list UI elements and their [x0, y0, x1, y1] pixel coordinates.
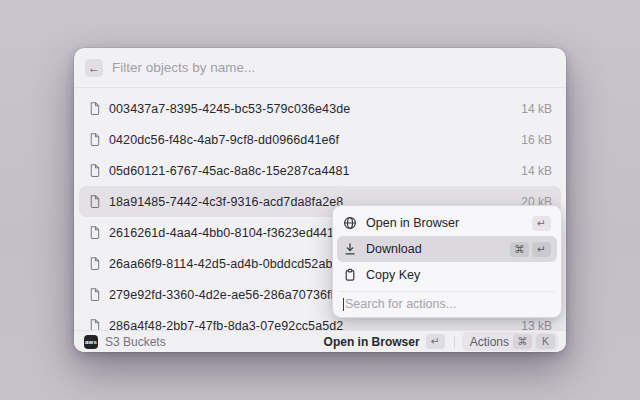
- object-row[interactable]: 0420dc56-f48c-4ab7-9cf8-dd0966d41e6f 16 …: [79, 124, 561, 155]
- menu-item-label: Copy Key: [366, 268, 420, 282]
- filter-input[interactable]: [112, 60, 555, 75]
- object-key: 18a91485-7442-4c3f-9316-acd7da8fa2e8: [109, 195, 343, 209]
- actions-button[interactable]: Actions ⌘ K: [462, 332, 558, 351]
- object-key: 279e92fd-3360-4d2e-ae56-286a70736fb2: [109, 288, 345, 302]
- object-row[interactable]: 05d60121-6767-45ac-8a8c-15e287ca4481 14 …: [79, 155, 561, 186]
- object-size: 14 kB: [521, 164, 552, 178]
- menu-item-open-in-browser[interactable]: Open in Browser ↵: [337, 210, 557, 236]
- file-icon: [88, 194, 101, 209]
- menu-divider: [339, 291, 555, 292]
- aws-logo-badge: aws: [84, 335, 98, 349]
- object-size: 13 kB: [521, 319, 552, 331]
- object-key: 05d60121-6767-45ac-8a8c-15e287ca4481: [109, 164, 350, 178]
- file-icon: [88, 225, 101, 240]
- footer-open-in-browser-button[interactable]: Open in Browser ↵: [322, 333, 447, 350]
- file-icon: [88, 318, 101, 330]
- object-key: 2616261d-4aa4-4bb0-8104-f3623ed4415a: [109, 226, 348, 240]
- back-arrow-icon: ←: [88, 62, 100, 74]
- k-key-chip: K: [536, 334, 555, 349]
- actions-search: [337, 295, 557, 313]
- menu-item-download[interactable]: Download ⌘ ↵: [337, 236, 557, 262]
- object-row[interactable]: 003437a7-8395-4245-bc53-579c036e43de 14 …: [79, 93, 561, 124]
- actions-menu: Open in Browser ↵ Download ⌘ ↵ Copy Key: [332, 205, 562, 318]
- footer-divider: [454, 336, 455, 348]
- menu-item-label: Download: [366, 242, 422, 256]
- object-size: 14 kB: [521, 102, 552, 116]
- actions-button-label: Actions: [470, 335, 509, 349]
- menu-item-copy-key[interactable]: Copy Key: [337, 262, 557, 288]
- object-key: 26aa66f9-8114-42d5-ad4b-0bddcd52abba: [109, 257, 347, 271]
- clipboard-icon: [343, 268, 357, 282]
- file-icon: [88, 163, 101, 178]
- menu-item-label: Open in Browser: [366, 216, 459, 230]
- file-icon: [88, 287, 101, 302]
- back-button[interactable]: ←: [85, 59, 103, 77]
- object-key: 286a4f48-2bb7-47fb-8da3-07e92cc5a5d2: [109, 319, 343, 331]
- globe-icon: [343, 216, 357, 230]
- return-key-chip: ↵: [426, 334, 445, 349]
- command-key-chip: ⌘: [510, 242, 529, 257]
- file-icon: [88, 101, 101, 116]
- text-caret: [343, 298, 344, 311]
- object-key: 003437a7-8395-4245-bc53-579c036e43de: [109, 102, 350, 116]
- download-icon: [343, 242, 357, 256]
- header: ←: [74, 48, 566, 88]
- file-icon: [88, 256, 101, 271]
- command-key-chip: ⌘: [513, 334, 532, 349]
- return-key-chip: ↵: [532, 242, 551, 257]
- actions-search-input[interactable]: [345, 297, 551, 311]
- object-key: 0420dc56-f48c-4ab7-9cf8-dd0966d41e6f: [109, 133, 339, 147]
- footer-primary-label: Open in Browser: [324, 335, 420, 349]
- footer: aws S3 Buckets Open in Browser ↵ Actions…: [74, 330, 566, 352]
- app-name: S3 Buckets: [105, 335, 166, 349]
- return-key-chip: ↵: [532, 216, 551, 231]
- file-icon: [88, 132, 101, 147]
- object-size: 16 kB: [521, 133, 552, 147]
- command-palette-window: ← 003437a7-8395-4245-bc53-579c036e43de 1…: [74, 48, 566, 352]
